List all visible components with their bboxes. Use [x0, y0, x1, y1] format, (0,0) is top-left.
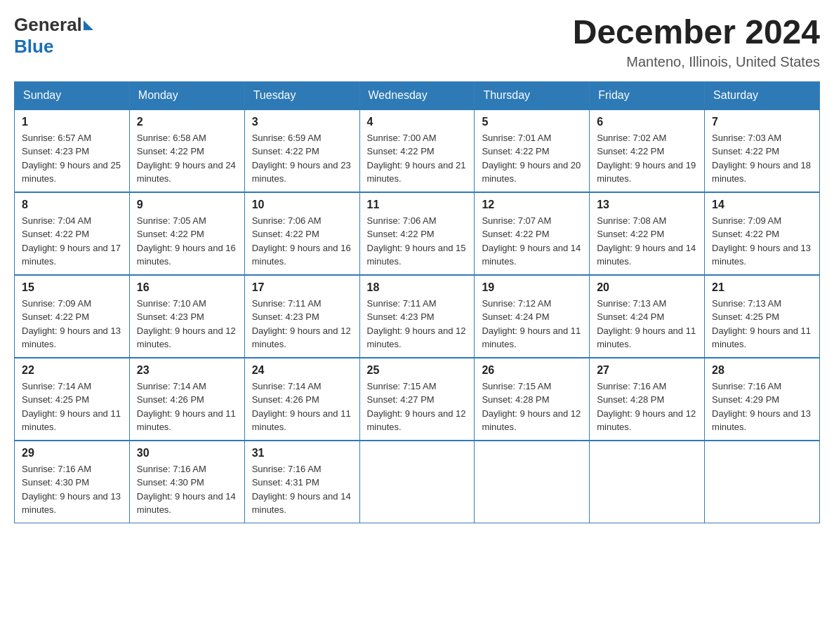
day-info: Sunrise: 7:01 AM Sunset: 4:22 PM Dayligh…	[482, 131, 582, 186]
day-number: 14	[712, 199, 812, 211]
day-number: 10	[252, 199, 352, 211]
day-info: Sunrise: 7:02 AM Sunset: 4:22 PM Dayligh…	[597, 131, 697, 186]
logo: General Blue	[14, 14, 93, 58]
week-row-5: 29 Sunrise: 7:16 AM Sunset: 4:30 PM Dayl…	[15, 441, 820, 523]
day-info: Sunrise: 7:10 AM Sunset: 4:23 PM Dayligh…	[137, 297, 237, 351]
day-cell-22: 22 Sunrise: 7:14 AM Sunset: 4:25 PM Dayl…	[15, 358, 130, 441]
day-number: 8	[22, 199, 122, 211]
empty-cell	[359, 441, 475, 523]
weekday-header-sunday: Sunday	[15, 81, 130, 109]
day-number: 11	[367, 199, 468, 211]
day-number: 24	[252, 364, 352, 377]
day-info: Sunrise: 7:14 AM Sunset: 4:26 PM Dayligh…	[137, 380, 237, 434]
day-cell-28: 28 Sunrise: 7:16 AM Sunset: 4:29 PM Dayl…	[705, 358, 820, 441]
day-number: 17	[252, 281, 352, 294]
day-number: 6	[597, 116, 697, 128]
day-number: 26	[482, 364, 582, 377]
day-cell-13: 13 Sunrise: 7:08 AM Sunset: 4:22 PM Dayl…	[590, 192, 705, 275]
logo-blue-text: Blue	[14, 36, 53, 57]
day-cell-30: 30 Sunrise: 7:16 AM Sunset: 4:30 PM Dayl…	[129, 441, 244, 523]
day-number: 19	[482, 281, 582, 294]
day-number: 28	[712, 364, 812, 377]
day-number: 27	[597, 364, 697, 377]
day-number: 3	[252, 116, 352, 128]
day-cell-6: 6 Sunrise: 7:02 AM Sunset: 4:22 PM Dayli…	[590, 109, 705, 192]
day-cell-14: 14 Sunrise: 7:09 AM Sunset: 4:22 PM Dayl…	[705, 192, 820, 275]
week-row-4: 22 Sunrise: 7:14 AM Sunset: 4:25 PM Dayl…	[15, 358, 820, 441]
day-info: Sunrise: 7:04 AM Sunset: 4:22 PM Dayligh…	[22, 214, 122, 269]
logo-general-text: General	[14, 14, 82, 36]
weekday-header-saturday: Saturday	[705, 81, 820, 109]
day-number: 13	[597, 199, 697, 211]
day-cell-5: 5 Sunrise: 7:01 AM Sunset: 4:22 PM Dayli…	[475, 109, 590, 192]
day-info: Sunrise: 7:14 AM Sunset: 4:26 PM Dayligh…	[252, 380, 352, 434]
weekday-header-wednesday: Wednesday	[359, 81, 475, 109]
day-cell-21: 21 Sunrise: 7:13 AM Sunset: 4:25 PM Dayl…	[705, 275, 820, 358]
day-number: 15	[22, 281, 122, 294]
day-info: Sunrise: 7:07 AM Sunset: 4:22 PM Dayligh…	[482, 214, 582, 269]
day-number: 25	[367, 364, 468, 377]
day-cell-7: 7 Sunrise: 7:03 AM Sunset: 4:22 PM Dayli…	[705, 109, 820, 192]
day-number: 7	[712, 116, 812, 128]
day-info: Sunrise: 7:14 AM Sunset: 4:25 PM Dayligh…	[22, 380, 122, 434]
day-cell-1: 1 Sunrise: 6:57 AM Sunset: 4:23 PM Dayli…	[15, 109, 130, 192]
day-info: Sunrise: 7:13 AM Sunset: 4:25 PM Dayligh…	[712, 297, 812, 351]
weekday-header-friday: Friday	[590, 81, 705, 109]
day-info: Sunrise: 7:12 AM Sunset: 4:24 PM Dayligh…	[482, 297, 582, 351]
day-info: Sunrise: 6:59 AM Sunset: 4:22 PM Dayligh…	[252, 131, 352, 186]
day-number: 9	[137, 199, 237, 211]
logo-arrow-icon	[84, 20, 93, 30]
weekday-header-tuesday: Tuesday	[244, 81, 359, 109]
calendar-table: SundayMondayTuesdayWednesdayThursdayFrid…	[14, 81, 820, 523]
day-cell-31: 31 Sunrise: 7:16 AM Sunset: 4:31 PM Dayl…	[244, 441, 359, 523]
day-info: Sunrise: 7:16 AM Sunset: 4:31 PM Dayligh…	[252, 462, 352, 517]
day-number: 30	[137, 447, 237, 459]
day-info: Sunrise: 7:09 AM Sunset: 4:22 PM Dayligh…	[712, 214, 812, 269]
day-info: Sunrise: 7:16 AM Sunset: 4:28 PM Dayligh…	[597, 380, 697, 434]
day-info: Sunrise: 6:57 AM Sunset: 4:23 PM Dayligh…	[22, 131, 122, 186]
location-text: Manteno, Illinois, United States	[573, 54, 820, 70]
day-cell-9: 9 Sunrise: 7:05 AM Sunset: 4:22 PM Dayli…	[129, 192, 244, 275]
day-cell-24: 24 Sunrise: 7:14 AM Sunset: 4:26 PM Dayl…	[244, 358, 359, 441]
day-cell-15: 15 Sunrise: 7:09 AM Sunset: 4:22 PM Dayl…	[15, 275, 130, 358]
day-number: 16	[137, 281, 237, 294]
day-cell-11: 11 Sunrise: 7:06 AM Sunset: 4:22 PM Dayl…	[359, 192, 475, 275]
day-cell-17: 17 Sunrise: 7:11 AM Sunset: 4:23 PM Dayl…	[244, 275, 359, 358]
day-cell-3: 3 Sunrise: 6:59 AM Sunset: 4:22 PM Dayli…	[244, 109, 359, 192]
day-number: 4	[367, 116, 468, 128]
day-info: Sunrise: 7:00 AM Sunset: 4:22 PM Dayligh…	[367, 131, 468, 186]
day-number: 1	[22, 116, 122, 128]
page-header: General Blue December 2024 Manteno, Illi…	[14, 14, 820, 70]
weekday-header-row: SundayMondayTuesdayWednesdayThursdayFrid…	[15, 81, 820, 109]
day-info: Sunrise: 7:16 AM Sunset: 4:30 PM Dayligh…	[137, 462, 237, 517]
day-cell-16: 16 Sunrise: 7:10 AM Sunset: 4:23 PM Dayl…	[129, 275, 244, 358]
month-title: December 2024	[573, 14, 820, 51]
day-cell-23: 23 Sunrise: 7:14 AM Sunset: 4:26 PM Dayl…	[129, 358, 244, 441]
day-info: Sunrise: 7:08 AM Sunset: 4:22 PM Dayligh…	[597, 214, 697, 269]
day-info: Sunrise: 7:15 AM Sunset: 4:28 PM Dayligh…	[482, 380, 582, 434]
day-info: Sunrise: 6:58 AM Sunset: 4:22 PM Dayligh…	[137, 131, 237, 186]
title-section: December 2024 Manteno, Illinois, United …	[573, 14, 820, 70]
day-cell-19: 19 Sunrise: 7:12 AM Sunset: 4:24 PM Dayl…	[475, 275, 590, 358]
day-info: Sunrise: 7:06 AM Sunset: 4:22 PM Dayligh…	[367, 214, 468, 269]
day-cell-29: 29 Sunrise: 7:16 AM Sunset: 4:30 PM Dayl…	[15, 441, 130, 523]
day-info: Sunrise: 7:11 AM Sunset: 4:23 PM Dayligh…	[367, 297, 468, 351]
day-number: 23	[137, 364, 237, 377]
day-info: Sunrise: 7:09 AM Sunset: 4:22 PM Dayligh…	[22, 297, 122, 351]
day-cell-4: 4 Sunrise: 7:00 AM Sunset: 4:22 PM Dayli…	[359, 109, 475, 192]
day-number: 22	[22, 364, 122, 377]
day-cell-25: 25 Sunrise: 7:15 AM Sunset: 4:27 PM Dayl…	[359, 358, 475, 441]
day-number: 5	[482, 116, 582, 128]
day-info: Sunrise: 7:03 AM Sunset: 4:22 PM Dayligh…	[712, 131, 812, 186]
day-cell-27: 27 Sunrise: 7:16 AM Sunset: 4:28 PM Dayl…	[590, 358, 705, 441]
day-cell-26: 26 Sunrise: 7:15 AM Sunset: 4:28 PM Dayl…	[475, 358, 590, 441]
day-number: 2	[137, 116, 237, 128]
day-cell-2: 2 Sunrise: 6:58 AM Sunset: 4:22 PM Dayli…	[129, 109, 244, 192]
empty-cell	[590, 441, 705, 523]
day-info: Sunrise: 7:13 AM Sunset: 4:24 PM Dayligh…	[597, 297, 697, 351]
day-cell-10: 10 Sunrise: 7:06 AM Sunset: 4:22 PM Dayl…	[244, 192, 359, 275]
day-info: Sunrise: 7:05 AM Sunset: 4:22 PM Dayligh…	[137, 214, 237, 269]
day-number: 12	[482, 199, 582, 211]
week-row-3: 15 Sunrise: 7:09 AM Sunset: 4:22 PM Dayl…	[15, 275, 820, 358]
day-cell-20: 20 Sunrise: 7:13 AM Sunset: 4:24 PM Dayl…	[590, 275, 705, 358]
